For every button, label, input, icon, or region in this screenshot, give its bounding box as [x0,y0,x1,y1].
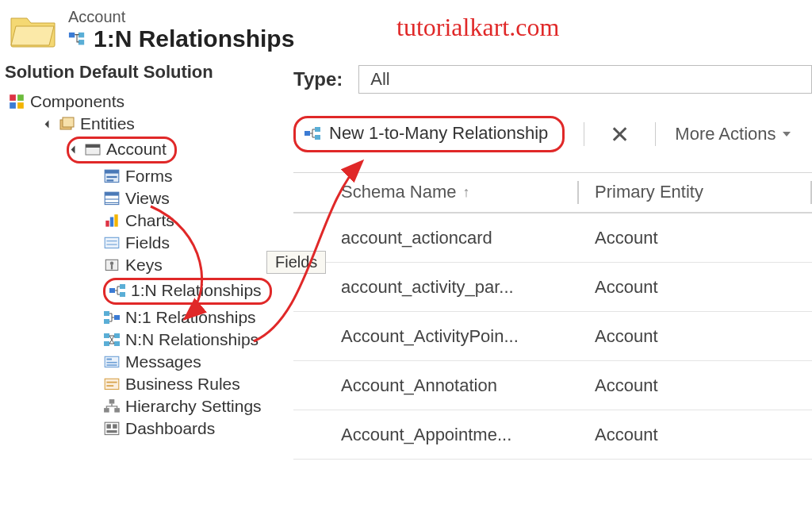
svg-rect-28 [109,288,115,293]
tree-node-components[interactable]: Components [8,90,285,113]
tree-label: Charts [125,211,174,230]
tree-node-dashboards[interactable]: Dashboards [103,417,285,440]
svg-rect-44 [104,408,109,412]
tooltip-fields: Fields [266,251,326,274]
highlight-account: Account [67,137,177,163]
svg-rect-41 [106,364,117,366]
column-primary-entity[interactable]: Primary Entity [579,181,812,204]
svg-rect-32 [104,311,109,316]
svg-rect-33 [104,319,109,324]
svg-rect-40 [106,362,117,364]
fields-icon [103,235,121,251]
tree-node-entities[interactable]: Entities [46,113,285,135]
svg-rect-6 [17,102,24,109]
tree-node-account[interactable]: Account [67,135,285,165]
tree-label: 1:N Relationships [131,281,262,300]
main-panel: Type: All New 1-to-Many Relationship ✕ M… [285,52,812,516]
cell-schema-name: Account_Annotation [341,375,579,396]
sort-ascending-icon: ↑ [463,184,470,201]
tree-node-charts[interactable]: Charts [103,210,285,232]
charts-icon [103,213,121,229]
svg-rect-35 [104,341,109,346]
svg-rect-45 [114,408,120,412]
cell-primary-entity: Account [579,228,812,248]
one-to-many-icon [109,283,126,298]
tree-node-forms[interactable]: Forms [103,165,285,187]
tree-label: N:N Relationships [125,330,259,349]
keys-icon [103,257,121,273]
solution-explorer: Solution Default Solution Components Ent… [0,52,285,516]
table-row[interactable]: account_actioncardAccount [293,213,812,263]
cell-primary-entity: Account [579,326,812,347]
many-to-one-icon [103,310,121,325]
type-filter-row: Type: All [293,65,812,94]
svg-rect-48 [113,424,117,428]
highlight-1n-relationships: 1:N Relationships [103,278,272,305]
column-label: Primary Entity [595,182,703,202]
tree-label: Dashboards [125,419,215,438]
svg-rect-13 [106,176,117,178]
svg-rect-1 [79,33,84,37]
tree-node-hierarchy[interactable]: Hierarchy Settings [103,395,285,417]
tree-label: Components [30,92,124,111]
svg-rect-22 [105,237,119,248]
svg-rect-30 [120,292,125,297]
tree-node-1n-relationships[interactable]: 1:N Relationships [103,276,285,306]
relationship-icon [68,31,86,47]
tree-node-views[interactable]: Views [103,187,285,210]
svg-rect-16 [105,192,119,195]
cell-primary-entity: Account [579,425,812,445]
tree-label: Hierarchy Settings [125,397,262,416]
table-row[interactable]: account_activity_par...Account [293,263,812,312]
table-row[interactable]: Account_Appointme...Account [293,410,812,460]
tree-label: Messages [125,352,201,371]
table-row[interactable]: Account_ActivityPoin...Account [293,312,812,361]
tree-label: Keys [125,256,163,275]
hierarchy-icon [103,398,121,414]
svg-rect-27 [111,265,113,269]
entities-icon [58,116,75,132]
svg-rect-51 [315,127,320,132]
dashboards-icon [103,421,121,437]
svg-rect-29 [120,284,125,289]
new-relationship-button[interactable]: New 1-to-Many Relationship [293,116,565,152]
folder-icon [10,12,57,48]
svg-rect-47 [106,424,110,428]
one-to-many-icon [304,125,321,141]
tree-label: Business Rules [125,375,240,394]
type-select[interactable]: All [358,65,812,94]
messages-icon [103,354,121,370]
caret-expanded-icon [71,145,79,153]
column-schema-name[interactable]: Schema Name ↑ [341,181,579,204]
delete-button[interactable]: ✕ [603,121,636,148]
more-actions-menu[interactable]: More Actions [675,124,790,144]
svg-rect-52 [315,135,320,140]
tree-node-n1-relationships[interactable]: N:1 Relationships [103,306,285,329]
tree-label: N:1 Relationships [125,308,256,327]
tree-node-business-rules[interactable]: Business Rules [103,373,285,395]
cell-schema-name: Account_Appointme... [341,425,579,445]
cell-schema-name: account_actioncard [341,228,579,248]
table-row[interactable]: Account_AnnotationAccount [293,361,812,410]
svg-rect-19 [105,221,109,227]
tree-label: Forms [125,167,173,186]
entity-label: Account [68,8,294,25]
forms-icon [103,168,121,184]
svg-rect-3 [10,94,16,101]
tree-node-keys[interactable]: Keys Fields [103,254,285,276]
new-relationship-label: New 1-to-Many Relationship [329,123,548,144]
svg-rect-20 [110,217,113,227]
svg-rect-2 [79,40,84,44]
tree-node-fields[interactable]: Fields [103,232,285,254]
cell-primary-entity: Account [579,375,812,396]
svg-rect-39 [106,359,112,360]
grid-body: account_actioncardAccountaccount_activit… [293,213,812,460]
tree-node-messages[interactable]: Messages [103,351,285,373]
svg-rect-12 [105,170,119,173]
svg-rect-21 [114,214,117,226]
tree-node-nn-relationships[interactable]: N:N Relationships [103,329,285,351]
components-icon [8,94,25,110]
svg-rect-5 [10,102,16,109]
svg-rect-37 [114,341,120,346]
page-title: 1:N Relationships [94,25,294,52]
